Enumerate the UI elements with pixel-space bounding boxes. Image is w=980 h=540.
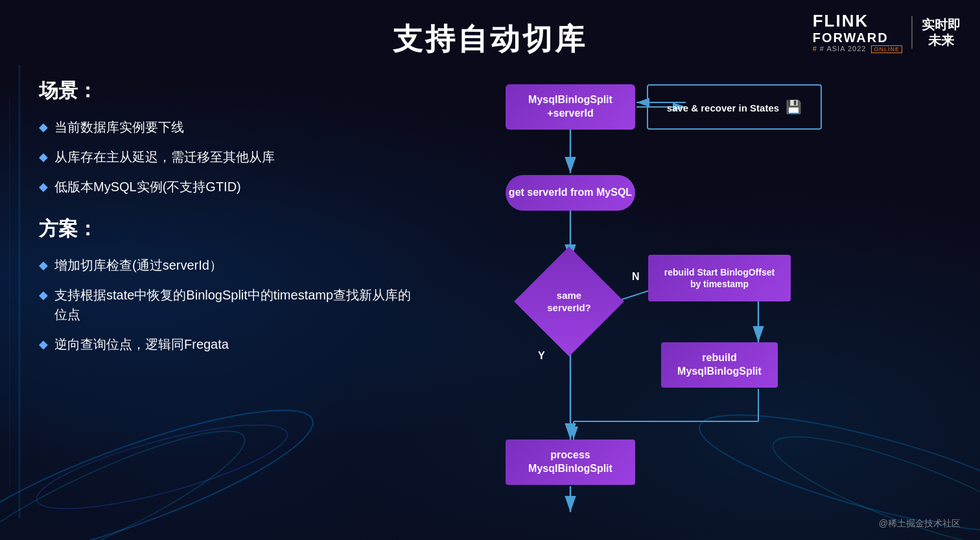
solution-list: ◆ 增加切库检查(通过serverId） ◆ 支持根据state中恢复的Binl… [39, 255, 415, 354]
bullet-diamond: ◆ [39, 148, 48, 166]
bullet-diamond: ◆ [39, 257, 48, 274]
solution-item-2: 支持根据state中恢复的BinlogSplit中的timestamp查找新从库… [54, 285, 415, 324]
flowchart-node-getserverid: get serverId from MySQL [506, 175, 635, 211]
solution-item-1: 增加切库检查(通过serverId） [54, 255, 222, 275]
flowchart-node-rebuild-mysqlbinlogsplit: rebuildMysqlBinlogSplit [661, 342, 778, 388]
scenario-list: ◆ 当前数据库实例要下线 ◆ 从库存在主从延迟，需迁移至其他从库 ◆ 低版本My… [39, 117, 415, 196]
page-title: 支持自动切库 [0, 19, 980, 60]
flowchart-node-save-recover: save & recover in States 💾 [647, 84, 822, 130]
flowchart-node-mysqlbinlogsplit: MysqlBinlogSplit+serverId [506, 84, 635, 130]
arrow-label-n: N [632, 271, 640, 283]
node2-label: save & recover in States 💾 [667, 99, 802, 115]
flowchart-node-diamond [514, 246, 624, 357]
flowchart-node-process-mysqlbinlogsplit: processMysqlBinlogSplit [506, 440, 635, 485]
bullet-diamond: ◆ [39, 178, 48, 196]
node6-label: rebuildMysqlBinlogSplit [677, 351, 762, 379]
scenario-title: 场景： [39, 78, 415, 104]
list-item: ◆ 增加切库检查(通过serverId） [39, 255, 415, 275]
scenario-item-1: 当前数据库实例要下线 [54, 117, 184, 137]
list-item: ◆ 从库存在主从延迟，需迁移至其他从库 [39, 147, 415, 167]
save-icon: 💾 [786, 100, 802, 114]
list-item: ◆ 当前数据库实例要下线 [39, 117, 415, 137]
node1-label: MysqlBinlogSplit+serverId [528, 93, 612, 121]
bullet-diamond: ◆ [39, 336, 48, 353]
node5-label: rebuild Start BinlogOffsetby timestamp [664, 266, 775, 290]
list-item: ◆ 低版本MySQL实例(不支持GTID) [39, 177, 415, 196]
solution-item-3: 逆向查询位点，逻辑同Fregata [54, 335, 229, 354]
bullet-diamond: ◆ [39, 287, 48, 304]
solution-title: 方案： [39, 216, 415, 242]
watermark: @稀土掘金技术社区 [879, 518, 961, 530]
scenario-item-2: 从库存在主从延迟，需迁移至其他从库 [54, 147, 275, 167]
scenario-item-3: 低版本MySQL实例(不支持GTID) [54, 177, 241, 196]
arrow-label-y: Y [538, 350, 545, 362]
node3-label: get serverId from MySQL [509, 186, 632, 200]
bullet-diamond: ◆ [39, 119, 48, 136]
flowchart-node-rebuild-binlogoffset: rebuild Start BinlogOffsetby timestamp [648, 255, 791, 301]
node7-label: processMysqlBinlogSplit [528, 449, 612, 476]
list-item: ◆ 逆向查询位点，逻辑同Fregata [39, 335, 415, 354]
left-panel: 场景： ◆ 当前数据库实例要下线 ◆ 从库存在主从延迟，需迁移至其他从库 ◆ 低… [39, 78, 415, 373]
flowchart: MysqlBinlogSplit+serverId save & recover… [415, 71, 946, 525]
list-item: ◆ 支持根据state中恢复的BinlogSplit中的timestamp查找新… [39, 285, 415, 324]
